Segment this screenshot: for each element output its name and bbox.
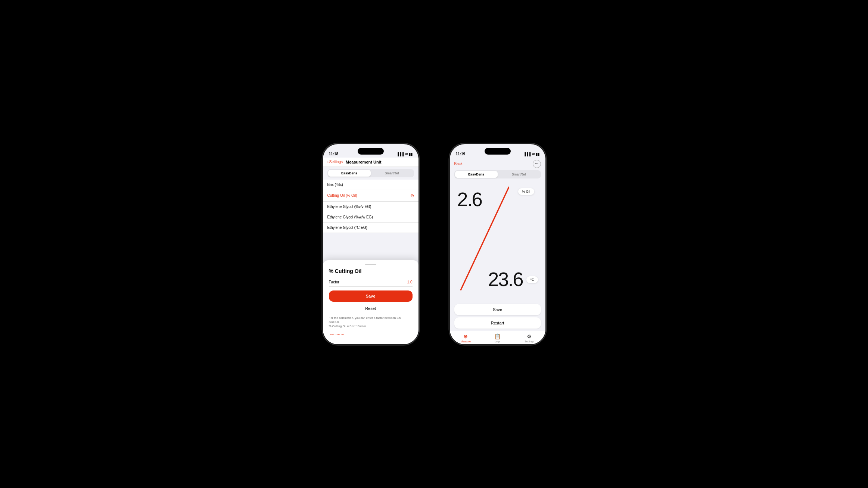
logs-icon: 📋 — [494, 333, 501, 339]
temp-reading: 23.6 — [488, 268, 523, 290]
back-label-1: Settings — [329, 160, 343, 164]
segment-control-1: EasyDens SmartRef — [327, 169, 414, 177]
temp-badge-label: °C — [530, 278, 534, 282]
list-item-eg-ww[interactable]: Ethylene Glycol (%w/w EG) — [323, 212, 419, 223]
factor-value[interactable]: 1.0 — [407, 280, 413, 284]
tab-measure-label: Measure — [461, 340, 471, 343]
list-item-brix[interactable]: Brix (°Bx) — [323, 180, 419, 190]
tab-logs[interactable]: 📋 Logs — [482, 333, 513, 343]
segment-smartref-2[interactable]: SmartRef — [498, 171, 540, 178]
nav-bar-1: ‹ Settings Measurement Unit — [323, 158, 419, 167]
learn-more-link[interactable]: Learn more — [329, 333, 344, 336]
chevron-left-icon: ‹ — [327, 160, 329, 164]
tab-measure[interactable]: ⊕ Measure — [450, 333, 482, 343]
info-icon: ⊖ — [410, 193, 414, 198]
factor-row: Factor 1.0 — [329, 278, 413, 287]
phone-2: 11:19 ▐▐▐ ᴡ ▮▮ Back ••• EasyDens SmartRe… — [449, 143, 546, 345]
list-item-eg-c[interactable]: Ethylene Glycol (°C EG) — [323, 223, 419, 233]
list-item-eg-vv[interactable]: Ethylene Glycol (%v/v EG) — [323, 202, 419, 212]
tab-settings[interactable]: ⚙ Settings — [513, 333, 545, 343]
segment-easydens-2[interactable]: EasyDens — [455, 171, 498, 178]
temp-badge[interactable]: °C — [526, 276, 538, 283]
bottom-sheet: % Cutting Oil Factor 1.0 Save Reset For … — [323, 260, 419, 344]
settings-icon: ⚙ — [527, 333, 532, 339]
battery-icon-2: ▮▮ — [536, 152, 539, 156]
back-button-2[interactable]: Back — [454, 162, 463, 166]
sheet-handle — [365, 264, 376, 265]
list-item-eg-vv-label: Ethylene Glycol (%v/v EG) — [327, 205, 371, 209]
wifi-icon: ᴡ — [405, 152, 408, 156]
measure-icon: ⊕ — [463, 333, 468, 339]
phone-1: 11:18 ▐▐▐ ᴡ ▮▮ ‹ Settings Measurement Un… — [322, 143, 419, 345]
save-button-2[interactable]: Save — [454, 304, 541, 315]
sheet-title: % Cutting Oil — [329, 268, 413, 274]
segment-smartref-1[interactable]: SmartRef — [371, 170, 413, 177]
list-item-eg-ww-label: Ethylene Glycol (%w/w EG) — [327, 215, 373, 219]
status-icons-1: ▐▐▐ ᴡ ▮▮ — [396, 152, 412, 156]
restart-button[interactable]: Restart — [454, 317, 541, 329]
signal-icon-2: ▐▐▐ — [523, 152, 531, 156]
more-button[interactable]: ••• — [533, 160, 541, 168]
segment-control-2: EasyDens SmartRef — [454, 170, 541, 178]
sheet-description: For the calculation, you can enter a fac… — [329, 316, 413, 329]
wifi-icon-2: ᴡ — [532, 152, 535, 156]
time-2: 11:19 — [456, 152, 466, 156]
measurement-area: % Oil 2.6 °C 23.6 — [450, 181, 545, 302]
factor-label: Factor — [329, 280, 339, 284]
nav-title-1: Measurement Unit — [346, 160, 381, 164]
oil-badge[interactable]: % Oil — [518, 188, 534, 195]
tab-settings-label: Settings — [525, 340, 534, 343]
list-item-cutting-oil[interactable]: Cutting Oil (% Oil) ⊖ — [323, 190, 419, 202]
dynamic-island-2 — [485, 148, 511, 155]
tab-logs-label: Logs — [495, 340, 500, 343]
dynamic-island-1 — [358, 148, 384, 155]
nav-bar-2: Back ••• — [450, 158, 545, 170]
bottom-actions: Save Restart — [450, 302, 545, 331]
signal-icon: ▐▐▐ — [396, 152, 404, 156]
back-button-1[interactable]: ‹ Settings — [327, 160, 343, 164]
save-button[interactable]: Save — [329, 290, 413, 302]
list-item-brix-label: Brix (°Bx) — [327, 183, 343, 187]
segment-easydens-1[interactable]: EasyDens — [328, 170, 371, 177]
ellipsis-icon: ••• — [535, 162, 538, 166]
status-icons-2: ▐▐▐ ᴡ ▮▮ — [523, 152, 539, 156]
reset-button[interactable]: Reset — [329, 304, 413, 313]
list-item-eg-c-label: Ethylene Glycol (°C EG) — [327, 226, 367, 230]
oil-reading: 2.6 — [457, 188, 482, 211]
battery-icon: ▮▮ — [409, 152, 413, 156]
oil-badge-label: % Oil — [522, 190, 531, 193]
tab-bar: ⊕ Measure 📋 Logs ⚙ Settings — [450, 331, 545, 344]
list-item-cutting-oil-label: Cutting Oil (% Oil) — [327, 193, 357, 198]
time-1: 11:18 — [329, 152, 339, 156]
